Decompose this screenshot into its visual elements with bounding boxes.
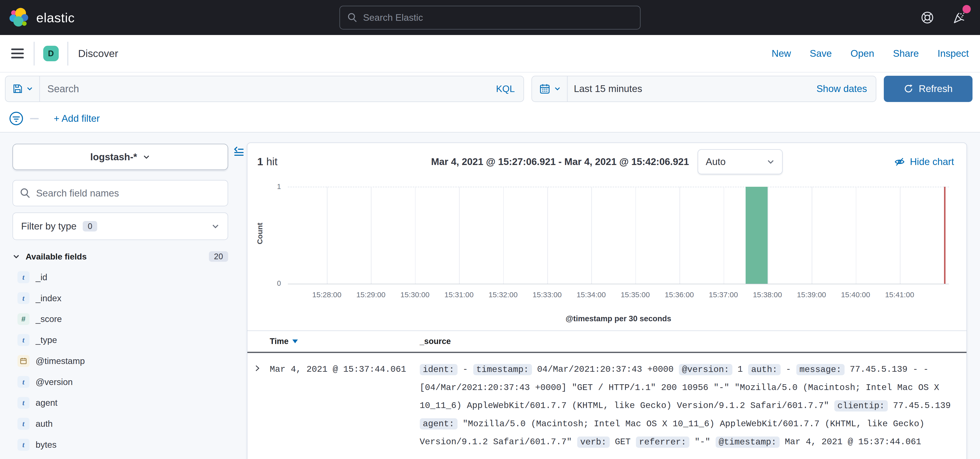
gridline [371,187,372,284]
field-item-auth[interactable]: tauth [13,413,247,434]
field-item-@timestamp[interactable]: @timestamp [13,351,247,371]
x-axis-tick: 15:32:00 [488,290,518,299]
time-column-label: Time [270,337,289,346]
add-filter-button[interactable]: + Add filter [54,113,100,124]
nav-link-inspect[interactable]: Inspect [937,48,969,59]
global-search[interactable] [340,6,641,30]
search-icon [348,13,358,22]
lifebuoy-icon [921,11,934,24]
available-fields-accordion[interactable]: Available fields 20 [13,251,228,262]
saved-query-button[interactable] [5,76,39,102]
time-column-header[interactable]: Time [270,337,420,346]
x-axis-tick: 15:36:00 [665,290,694,299]
space-avatar[interactable]: D [43,46,59,62]
y-axis-label: Count [256,220,264,247]
interval-value: Auto [706,156,725,167]
field-name: _score [36,314,62,324]
field-item-bytes[interactable]: tbytes [13,434,247,455]
divider [30,118,39,119]
nav-link-open[interactable]: Open [851,48,874,59]
current-time-marker [944,187,945,284]
gridline [459,187,460,284]
filter-by-type-button[interactable]: Filter by type 0 [13,212,228,240]
index-pattern-selector[interactable]: logstash-* [13,144,228,170]
table-header: Time _source [247,330,967,353]
query-language-button[interactable]: KQL [487,83,523,94]
show-dates-button[interactable]: Show dates [816,83,876,94]
chevron-down-icon [212,222,220,231]
field-badge-@version: @version: [679,364,732,375]
x-axis-tick: 15:33:00 [533,290,562,299]
gridline [811,187,812,284]
gridline [724,187,724,284]
field-item-agent[interactable]: tagent [13,392,247,413]
field-name: agent [36,398,58,408]
refresh-button[interactable]: Refresh [884,76,972,102]
field-badge-@timestamp: @timestamp: [716,437,780,448]
newsfeed-button[interactable] [953,11,966,24]
field-item-_type[interactable]: t_type [13,330,247,351]
chevron-down-icon [26,85,33,92]
sort-descending-icon [292,339,298,343]
x-axis-tick: 15:31:00 [444,290,474,299]
collapse-sidebar-button[interactable] [233,146,244,157]
source-column-header: _source [420,337,451,346]
field-item-_index[interactable]: t_index [13,288,247,309]
help-button[interactable] [921,11,934,24]
chevron-down-icon [767,158,775,166]
time-cell: Mar 4, 2021 @ 15:37:44.061 [270,360,420,451]
search-input[interactable] [40,83,487,94]
global-search-input[interactable] [363,12,633,23]
field-item-_score[interactable]: #_score [13,309,247,330]
filter-menu-button[interactable] [9,111,24,126]
table-row[interactable]: Mar 4, 2021 @ 15:37:44.061 ident: - time… [247,353,967,451]
nav-link-new[interactable]: New [772,48,791,59]
chart-header: Mar 4, 2021 @ 15:27:06.921 - Mar 4, 2021… [431,149,783,174]
date-picker: Last 15 minutes Show dates [531,76,876,102]
chevron-down-icon [143,153,150,161]
interval-select[interactable]: Auto [698,149,783,174]
available-fields-count-badge: 20 [209,251,228,262]
hits-row: 1hit Mar 4, 2021 @ 15:27:06.921 - Mar 4,… [247,143,967,180]
string-field-type-icon: t [18,271,30,283]
available-fields-label: Available fields [26,252,87,261]
field-badge-message: message: [796,364,845,375]
field-badge-auth: auth: [748,364,781,375]
divider [67,42,68,65]
nav-link-save[interactable]: Save [810,48,832,59]
field-name: _type [36,335,57,345]
field-badge-clientip: clientip: [834,400,888,411]
x-axis-tick: 15:28:00 [312,290,342,299]
menu-left-icon [233,146,244,157]
gridline [415,187,416,284]
histogram-bar[interactable] [746,187,768,284]
field-badge-agent: agent: [420,418,458,429]
calendar-button[interactable] [532,76,567,102]
string-field-type-icon: t [18,397,30,409]
main: 1hit Mar 4, 2021 @ 15:27:06.921 - Mar 4,… [247,132,980,459]
elastic-logo[interactable]: elastic [9,7,75,28]
field-item-@version[interactable]: t@version [13,371,247,392]
field-search-input[interactable] [36,188,221,199]
x-axis-tick: 15:30:00 [400,290,430,299]
field-item-_id[interactable]: t_id [13,267,247,288]
expand-row-button[interactable] [254,360,270,373]
date-field-type-icon [18,355,30,367]
elastic-logo-icon [9,7,30,28]
chevron-down-icon [554,85,561,92]
gridline [679,187,680,284]
time-range-button[interactable]: Last 15 minutes [568,83,643,94]
gridline [327,187,328,284]
kibana-app: elastic [0,0,980,459]
gridline-top [288,187,949,187]
filter-bar: + Add filter [0,105,980,132]
field-search[interactable] [13,180,228,206]
x-axis-tick: 15:35:00 [621,290,650,299]
chevron-down-icon [13,253,20,260]
menu-button[interactable] [10,46,25,61]
hide-chart-button[interactable]: Hide chart [894,156,954,167]
cheer-icon [953,11,966,24]
nav-link-share[interactable]: Share [893,48,919,59]
brand-name: elastic [36,10,75,25]
source-cell: ident: - timestamp: 04/Mar/2021:20:37:43… [420,360,967,451]
